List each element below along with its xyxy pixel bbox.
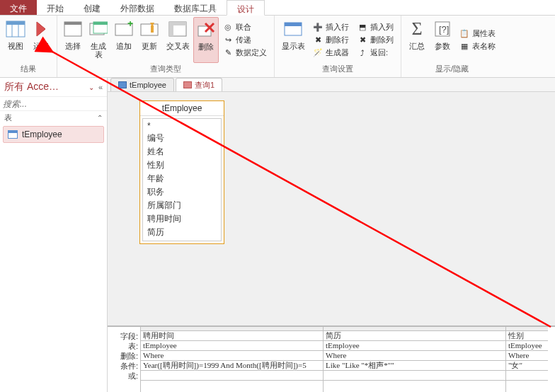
- svg-rect-8: [93, 22, 108, 25]
- cell-table[interactable]: tEmployee: [506, 341, 548, 351]
- showtable-button[interactable]: 显示表: [278, 17, 309, 63]
- tab-create[interactable]: 创建: [74, 0, 110, 15]
- propsheet-icon: 📋: [459, 29, 469, 39]
- row-label-delete: 删除:: [108, 351, 140, 361]
- main-area: 所有 Acce… ⌄ « 🔍 表⌃ tEmployee tEmployee 查询…: [0, 78, 555, 392]
- select-icon: [62, 18, 84, 40]
- cell-or[interactable]: [141, 371, 323, 381]
- section-collapse-icon: ⌃: [97, 114, 103, 122]
- group-results: 视图 运行 结果: [0, 16, 57, 77]
- return-button[interactable]: ⤴返回:: [357, 47, 394, 58]
- table-icon: [118, 81, 127, 88]
- deleterow-button[interactable]: ✖删除行: [313, 35, 349, 45]
- row-label-field: 字段:: [108, 331, 140, 341]
- svg-text:[?]: [?]: [439, 24, 449, 35]
- params-icon: [?]: [432, 18, 453, 40]
- svg-rect-12: [151, 25, 154, 33]
- datasheet-icon: [5, 18, 26, 40]
- doc-tab-temployee[interactable]: tEmployee: [110, 78, 174, 91]
- insertrow-button[interactable]: ➕插入行: [313, 22, 349, 33]
- group-showhide: Σ汇总 [?]参数 📋属性表 ▦表名称 显示/隐藏: [401, 16, 503, 77]
- builder-button[interactable]: 🪄生成器: [313, 47, 349, 58]
- cell-or[interactable]: [506, 371, 548, 381]
- builder-icon: 🪄: [313, 48, 323, 58]
- nav-section-tables[interactable]: 表⌃: [0, 111, 107, 125]
- select-query-button[interactable]: 选择: [60, 17, 86, 63]
- delete-icon: [195, 19, 217, 40]
- datadef-button[interactable]: ✎数据定义: [223, 47, 267, 58]
- delete-query-button[interactable]: 删除: [193, 17, 219, 63]
- maketable-icon: [88, 18, 109, 40]
- grid-col-2[interactable]: 简历 tEmployee Where Like "Like "*相声*"": [323, 327, 505, 392]
- deletecol-icon: ✖: [357, 35, 367, 45]
- svg-text:+: +: [127, 21, 133, 29]
- run-icon: [30, 18, 52, 40]
- navigation-pane: 所有 Acce… ⌄ « 🔍 表⌃ tEmployee: [0, 78, 108, 392]
- cell-field[interactable]: 聘用时间: [141, 331, 323, 341]
- tablenames-icon: ▦: [459, 42, 469, 52]
- grid-col-1[interactable]: 聘用时间 tEmployee Where Year([聘用时间])=1999 A…: [140, 327, 323, 392]
- cell-criteria[interactable]: Like "Like "*相声*"": [324, 361, 505, 371]
- totals-button[interactable]: Σ汇总: [404, 17, 430, 63]
- nav-header[interactable]: 所有 Acce… ⌄ «: [0, 78, 107, 96]
- cell-delete[interactable]: Where: [324, 351, 505, 361]
- passthrough-button[interactable]: ↪传递: [223, 35, 267, 45]
- cell-criteria[interactable]: "女": [506, 361, 548, 371]
- svg-rect-5: [64, 22, 81, 25]
- field-item[interactable]: 年龄: [143, 172, 221, 185]
- view-button[interactable]: 视图: [3, 17, 28, 63]
- crosstab-button[interactable]: 交叉表: [162, 17, 193, 63]
- tab-external[interactable]: 外部数据: [110, 0, 164, 15]
- field-item[interactable]: 姓名: [143, 145, 221, 158]
- insertcol-icon: ⬒: [357, 23, 367, 33]
- tab-file[interactable]: 文件: [0, 0, 37, 15]
- cell-table[interactable]: tEmployee: [141, 341, 323, 351]
- tablenames-button[interactable]: ▦表名称: [459, 41, 496, 52]
- cell-delete[interactable]: Where: [141, 351, 323, 361]
- group-querysetup: 显示表 ➕插入行 ✖删除行 🪄生成器 ⬒插入列 ✖删除列 ⤴返回: 查询设置: [275, 16, 401, 77]
- cell-field[interactable]: 性别: [506, 331, 548, 341]
- field-item[interactable]: 聘用时间: [143, 212, 221, 226]
- search-input[interactable]: [3, 99, 110, 109]
- field-item[interactable]: 简历: [143, 226, 221, 239]
- field-item[interactable]: 所属部门: [143, 199, 221, 212]
- params-button[interactable]: [?]参数: [430, 17, 455, 63]
- svg-rect-1: [6, 21, 25, 25]
- collapse-icon[interactable]: «: [98, 83, 103, 91]
- maketable-button[interactable]: 生成表: [86, 17, 111, 63]
- deletecol-button[interactable]: ✖删除列: [357, 35, 394, 45]
- field-item[interactable]: *: [143, 120, 221, 132]
- field-item[interactable]: 职务: [143, 185, 221, 199]
- view-label: 视图: [8, 42, 23, 50]
- svg-rect-15: [169, 22, 186, 25]
- cell-criteria[interactable]: Year([聘用时间])=1999 And Month([聘用时间])=5: [141, 361, 323, 371]
- cell-table[interactable]: tEmployee: [324, 341, 505, 351]
- ribbon-tabs: 文件 开始 创建 外部数据 数据库工具 设计: [0, 0, 555, 16]
- nav-item-temployee[interactable]: tEmployee: [3, 126, 104, 143]
- union-button[interactable]: ◎联合: [223, 22, 267, 33]
- run-button[interactable]: 运行: [28, 17, 54, 63]
- tab-dbtools[interactable]: 数据库工具: [164, 0, 227, 15]
- append-button[interactable]: +追加: [111, 17, 137, 63]
- append-icon: +: [113, 18, 135, 40]
- group-results-label: 结果: [3, 63, 54, 76]
- design-grid: 字段: 表: 删除: 条件: 或: 聘用时间 tEmployee Where Y…: [108, 327, 555, 392]
- update-button[interactable]: 更新: [137, 17, 162, 63]
- table-fieldlist-temployee[interactable]: tEmployee * 编号 姓名 性别 年龄 职务 所属部门 聘用时间 简历: [139, 100, 224, 244]
- grid-col-3[interactable]: 性别 tEmployee Where "女": [505, 327, 548, 392]
- field-item[interactable]: 性别: [143, 158, 221, 172]
- grid-columns: 聘用时间 tEmployee Where Year([聘用时间])=1999 A…: [140, 327, 555, 392]
- cell-delete[interactable]: Where: [506, 351, 548, 361]
- field-item[interactable]: 编号: [143, 132, 221, 145]
- doc-tab-query1[interactable]: 查询1: [176, 78, 222, 91]
- cell-field[interactable]: 简历: [324, 331, 505, 341]
- design-upper-pane[interactable]: tEmployee * 编号 姓名 性别 年龄 职务 所属部门 聘用时间 简历: [108, 92, 555, 327]
- cell-or[interactable]: [324, 371, 505, 381]
- propsheet-button[interactable]: 📋属性表: [459, 28, 496, 39]
- nav-item-label: tEmployee: [22, 129, 62, 139]
- tab-home[interactable]: 开始: [37, 0, 74, 15]
- deleterow-icon: ✖: [313, 35, 323, 45]
- tab-design[interactable]: 设计: [227, 0, 265, 16]
- document-tabs: tEmployee 查询1: [108, 78, 555, 92]
- insertcol-button[interactable]: ⬒插入列: [357, 22, 394, 33]
